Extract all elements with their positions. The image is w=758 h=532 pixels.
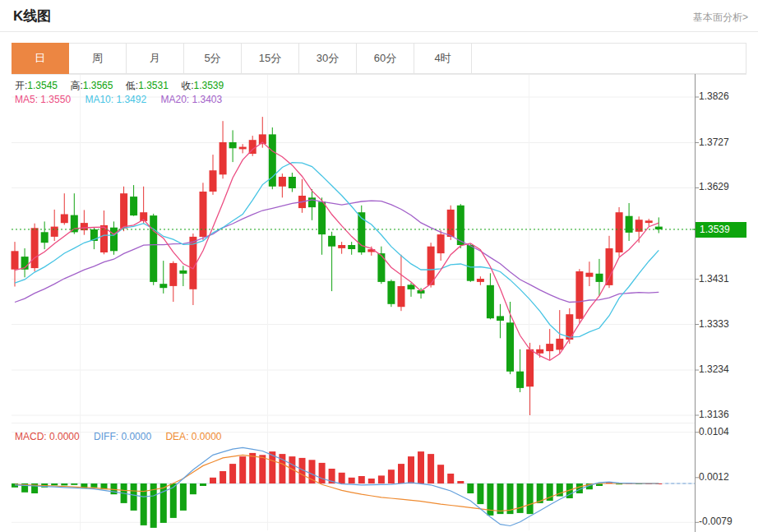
low-value: 1.3531 bbox=[138, 80, 169, 91]
ma5-legend: MA5: 1.3550 bbox=[15, 94, 71, 105]
macd-value-legend: MACD: 0.0000 bbox=[15, 431, 80, 442]
high-label: 高: bbox=[70, 80, 82, 91]
price-axis-tick: 1.3136 bbox=[699, 409, 756, 420]
ma10-legend: MA10: 1.3492 bbox=[85, 94, 146, 105]
ohlc-legend: 开:1.3545 高:1.3565 低:1.3531 收:1.3539 bbox=[15, 79, 233, 93]
open-value: 1.3545 bbox=[27, 80, 58, 91]
current-price-badge: 1.3539 bbox=[696, 222, 746, 238]
low-label: 低: bbox=[126, 80, 138, 91]
open-label: 开: bbox=[15, 80, 27, 91]
kline-page: K线图 基本面分析> 日 周 月 5分 15分 30分 60分 4时 开:1.3… bbox=[0, 0, 758, 532]
price-axis-tick: 1.3727 bbox=[699, 136, 756, 148]
price-axis-tick: 1.3629 bbox=[699, 181, 756, 192]
diff-value-legend: DIFF: 0.0000 bbox=[94, 431, 151, 442]
high-value: 1.3565 bbox=[83, 80, 113, 91]
ma20-legend: MA20: 1.3403 bbox=[160, 94, 222, 105]
macd-legend: MACD: 0.0000 DIFF: 0.0000 DEA: 0.0000 bbox=[15, 431, 222, 442]
macd-axis-tick: -0.0079 bbox=[699, 516, 756, 527]
ma-legend: MA5: 1.3550 MA10: 1.3492 MA20: 1.3403 bbox=[15, 94, 222, 105]
price-axis-tick: 1.3333 bbox=[699, 318, 756, 330]
close-label: 收: bbox=[181, 80, 193, 91]
dea-value-legend: DEA: 0.0000 bbox=[165, 431, 221, 442]
price-axis-tick: 1.3826 bbox=[699, 90, 756, 102]
price-axis-tick: 1.3431 bbox=[699, 273, 756, 285]
close-value: 1.3539 bbox=[194, 80, 224, 91]
price-axis-tick: 1.3234 bbox=[699, 363, 756, 375]
macd-axis-tick: 0.0104 bbox=[699, 426, 756, 437]
macd-axis-tick: 0.0012 bbox=[699, 471, 756, 483]
